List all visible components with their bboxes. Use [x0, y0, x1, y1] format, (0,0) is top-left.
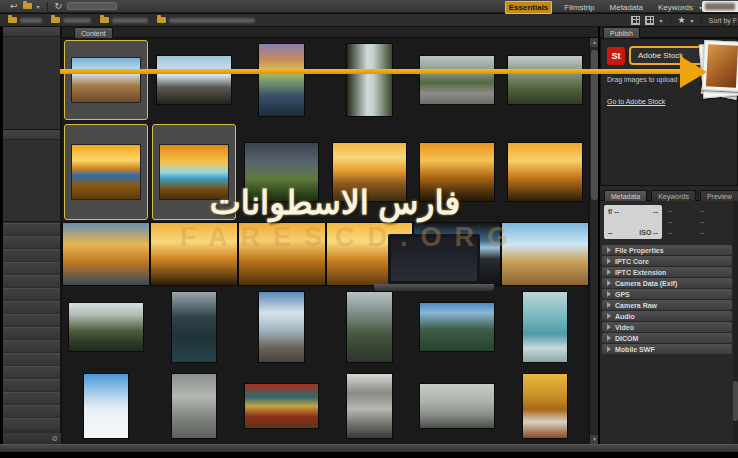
metadata-section-file-properties[interactable]: File Properties [602, 245, 732, 255]
metadata-scrollbar[interactable] [733, 201, 738, 444]
thumbnail-cell-waterfall-hills[interactable] [501, 38, 589, 122]
filter-row[interactable] [3, 392, 60, 404]
thumbnail-cell-snowy-mountain[interactable] [62, 368, 150, 444]
left-sidebar: ⊘ [3, 27, 61, 444]
thumbnail-cell-carved-panel[interactable] [326, 368, 414, 444]
filter-row[interactable] [3, 223, 60, 235]
tab-keywords[interactable]: Keywords [651, 190, 696, 201]
filter-row[interactable] [3, 301, 60, 313]
thumbnail-cell-waterfall-valley[interactable] [413, 38, 501, 122]
toolbar-button-group[interactable] [67, 2, 117, 10]
metadata-section-dicom[interactable]: DICOM [602, 333, 732, 343]
thumbnail-cell-waterfall-portrait[interactable] [326, 38, 414, 122]
thumbnail-cell-chinese-temple-painted[interactable] [238, 368, 326, 444]
thumbnail-cell-golden-temple-roof[interactable] [501, 368, 589, 444]
metadata-section-iptc-core[interactable]: IPTC Core [602, 256, 732, 266]
tab-metadata[interactable]: Metadata [604, 190, 647, 201]
breadcrumb-label-blur [112, 18, 148, 23]
workspace-tab-metadata[interactable]: Metadata [607, 2, 646, 13]
filter-row[interactable] [3, 327, 60, 339]
filter-row[interactable] [3, 249, 60, 261]
metadata-section-iptc-extension[interactable]: IPTC Extension [602, 267, 732, 277]
workspace-tab-essentials[interactable]: Essentials [505, 1, 553, 14]
thumbnail-cell-waterfall-cliffs[interactable] [62, 286, 150, 368]
thumbnail-cell-mountain-lake-reflection[interactable] [150, 286, 238, 368]
metadata-section-video[interactable]: Video [602, 322, 732, 332]
section-label: IPTC Core [615, 258, 649, 265]
filter-row[interactable] [3, 236, 60, 248]
sort-by-label[interactable]: Sort by F [709, 17, 737, 24]
view-chevron-icon[interactable]: ▾ [659, 17, 662, 24]
filter-row[interactable] [3, 288, 60, 300]
scrollbar-thumb[interactable] [733, 381, 738, 421]
thumbnail-image [69, 303, 143, 350]
watermark-latin: FARESCD.ORG [180, 222, 600, 253]
filter-row[interactable] [3, 405, 60, 417]
metadata-section-gps[interactable]: GPS [602, 289, 732, 299]
thumbnail-cell-city-harbor-dusk[interactable] [62, 222, 150, 286]
thumbnail-cell-lone-tree-lake[interactable] [238, 286, 326, 368]
thumbnail-cell-desert-mountains-blue-sky[interactable] [64, 40, 148, 120]
thumbnail-cell-stone-balustrade[interactable] [413, 368, 501, 444]
back-arrow-icon[interactable]: ↩ [10, 1, 18, 11]
section-label: DICOM [615, 335, 638, 342]
metadata-section-mobile-swf[interactable]: Mobile SWF [602, 344, 732, 354]
breadcrumb-item[interactable] [8, 17, 42, 23]
filter-row[interactable] [3, 366, 60, 378]
metadata-dash-value: -- [700, 229, 732, 236]
metadata-dash-value: -- [700, 207, 732, 214]
thumbnail-cell-glacier-ice-cave[interactable] [501, 286, 589, 368]
metadata-section-camera-raw[interactable]: Camera Raw [602, 300, 732, 310]
folder-icon[interactable] [23, 3, 32, 9]
status-bar [0, 444, 738, 452]
filter-row[interactable] [3, 418, 60, 430]
section-label: File Properties [615, 247, 664, 254]
refresh-icon[interactable]: ↻ [55, 1, 63, 11]
breadcrumb-item[interactable] [157, 17, 255, 23]
metadata-section-camera-data-exif-[interactable]: Camera Data (Exif) [602, 278, 732, 288]
breadcrumb-item[interactable] [51, 17, 91, 23]
thumbnail-cell-stone-lion-statue[interactable] [150, 368, 238, 444]
filter-row[interactable] [3, 275, 60, 287]
thumbnail-cell-rocky-canyon[interactable] [150, 38, 238, 122]
tab-content[interactable]: Content [74, 27, 113, 38]
workspace-tab-keywords[interactable]: Keywords [655, 2, 696, 13]
workspace-tabs: EssentialsFilmstripMetadataKeywords [505, 1, 696, 14]
search-box[interactable] [702, 1, 738, 12]
favorites-panel[interactable] [3, 27, 60, 130]
thumbnail-image [157, 56, 231, 104]
workspace-tab-filmstrip[interactable]: Filmstrip [561, 2, 597, 13]
thumbnail-cell-blue-iceberg-sunset[interactable] [64, 124, 148, 220]
thumbnail-cell-misty-waterfall[interactable] [326, 286, 414, 368]
publish-tab-row: Publish [600, 27, 738, 38]
metadata-section-audio[interactable]: Audio [602, 311, 732, 321]
thumbnail-image [420, 384, 494, 427]
filter-row[interactable] [3, 314, 60, 326]
filter-row[interactable] [3, 379, 60, 391]
detail-view-icon[interactable] [645, 16, 654, 25]
filter-panel [3, 222, 60, 430]
thumbnail-cell-river-path-mountains[interactable] [413, 286, 501, 368]
disclosure-triangle-icon [607, 269, 611, 275]
thumbnail-image [172, 374, 216, 438]
tab-publish[interactable]: Publish [603, 27, 640, 38]
breadcrumb-item[interactable] [100, 17, 148, 23]
tab-preview[interactable]: Preview [700, 190, 738, 201]
go-to-adobe-stock-link[interactable]: Go to Adobe Stock [607, 98, 665, 105]
thumbnail-view-icon[interactable] [631, 16, 640, 25]
filter-row[interactable] [3, 353, 60, 365]
breadcrumb-label-blur [20, 18, 42, 23]
rating-filter-icon[interactable]: ★ [678, 16, 686, 25]
thumbnail-image [245, 384, 319, 427]
rating-chevron-icon[interactable]: ▾ [691, 17, 694, 24]
publish-panel: St Adobe Stock Drag images to upload Go … [600, 38, 738, 186]
breadcrumb-label-blur [169, 18, 255, 23]
photo-image [706, 44, 738, 88]
no-filter-icon[interactable]: ⊘ [51, 435, 58, 443]
filter-row[interactable] [3, 340, 60, 352]
filter-row[interactable] [3, 262, 60, 274]
thumbnail-image [347, 44, 391, 116]
thumbnail-cell-rainbow-over-sea[interactable] [238, 38, 326, 122]
folders-panel[interactable] [3, 130, 60, 222]
chevron-down-icon[interactable]: ▾ [37, 3, 40, 10]
